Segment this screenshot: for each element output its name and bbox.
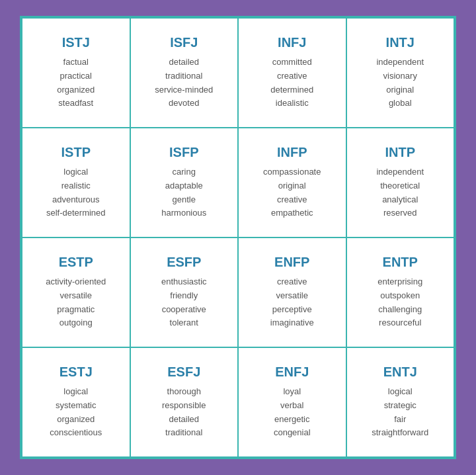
traits-entp: enterprisingoutspokenchallengingresource… [377, 275, 422, 330]
traits-intj: independentvisionaryoriginalglobal [376, 56, 424, 110]
traits-isfp: caringadaptablegentleharmonious [161, 165, 206, 220]
cell-istp: ISTPlogicalrealisticadventurousself-dete… [22, 128, 130, 238]
title-intj: INTJ [386, 35, 415, 50]
traits-esfp: enthusiasticfriendlycooperativetolerant [161, 275, 207, 330]
personality-grid: ISTJfactualpracticalorganizedsteadfastIS… [20, 16, 456, 459]
cell-intj: INTJindependentvisionaryoriginalglobal [346, 18, 455, 128]
cell-infj: INFJcommittedcreativedeterminedidealisti… [238, 18, 346, 128]
cell-intp: INTPindependenttheoreticalanalyticalrese… [346, 128, 455, 238]
traits-enfj: loyalverbalenergeticcongenial [274, 385, 311, 440]
title-estj: ESTJ [60, 365, 93, 380]
title-enfp: ENFP [274, 255, 309, 270]
cell-entp: ENTPenterprisingoutspokenchallengingreso… [346, 238, 455, 347]
traits-infp: compassionateoriginalcreativeempathetic [263, 165, 321, 220]
cell-enfj: ENFJloyalverbalenergeticcongenial [238, 347, 346, 457]
title-enfj: ENFJ [275, 365, 309, 380]
title-isfp: ISFP [169, 145, 198, 160]
title-esfp: ESFP [167, 255, 201, 270]
traits-estp: activity-orientedversatilepragmaticoutgo… [46, 275, 106, 330]
cell-estj: ESTJlogicalsystematicorganizedconscienti… [22, 347, 130, 457]
traits-istj: factualpracticalorganizedsteadfast [57, 56, 95, 110]
title-entp: ENTP [383, 255, 418, 270]
traits-istp: logicalrealisticadventurousself-determin… [46, 165, 106, 220]
title-infj: INFJ [278, 35, 306, 50]
traits-esfj: thoroughresponsibledetailedtraditional [162, 385, 206, 440]
title-entj: ENTJ [383, 365, 417, 380]
traits-estj: logicalsystematicorganizedconscientious [50, 385, 102, 440]
cell-istj: ISTJfactualpracticalorganizedsteadfast [22, 18, 130, 128]
traits-infj: committedcreativedeterminedidealistic [270, 56, 313, 110]
cell-enfp: ENFPcreativeversatileperceptiveimaginati… [238, 238, 346, 347]
cell-isfj: ISFJdetailedtraditionalservice-mindeddev… [130, 18, 239, 128]
title-esfj: ESFJ [167, 365, 200, 380]
cell-entj: ENTJlogicalstrategicfairstraightforward [346, 347, 455, 457]
traits-enfp: creativeversatileperceptiveimaginative [270, 275, 314, 330]
cell-estp: ESTPactivity-orientedversatilepragmatico… [22, 238, 130, 347]
traits-isfj: detailedtraditionalservice-mindeddevoted [155, 56, 213, 110]
title-isfj: ISFJ [170, 35, 198, 50]
title-infp: INFP [277, 145, 307, 160]
cell-esfj: ESFJthoroughresponsibledetailedtradition… [130, 347, 239, 457]
title-istj: ISTJ [62, 35, 90, 50]
cell-esfp: ESFPenthusiasticfriendlycooperativetoler… [130, 238, 239, 347]
title-estp: ESTP [59, 255, 93, 270]
traits-entj: logicalstrategicfairstraightforward [372, 385, 428, 440]
cell-isfp: ISFPcaringadaptablegentleharmonious [130, 128, 239, 238]
title-istp: ISTP [61, 145, 91, 160]
cell-infp: INFPcompassionateoriginalcreativeempathe… [238, 128, 346, 238]
traits-intp: independenttheoreticalanalyticalreserved [376, 165, 424, 220]
title-intp: INTP [385, 145, 415, 160]
